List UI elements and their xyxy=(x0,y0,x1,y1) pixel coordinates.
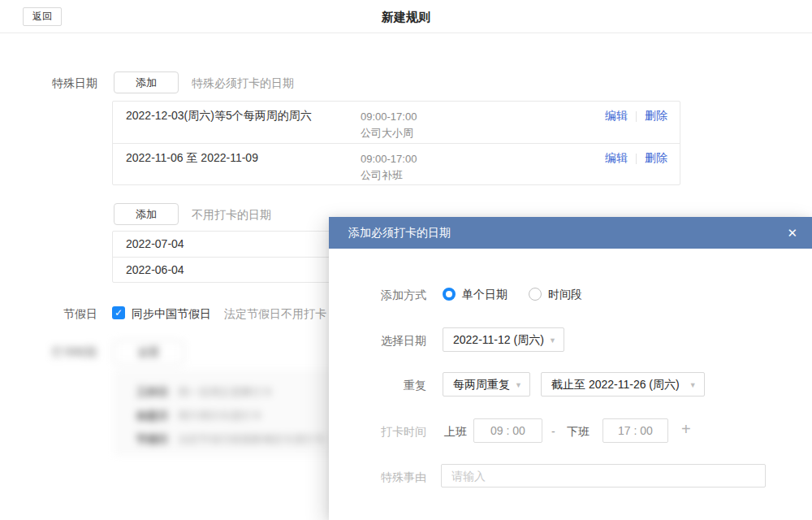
row-reason: 公司补班 xyxy=(361,167,417,184)
date-select-value: 2022-11-12 (周六) xyxy=(453,333,544,346)
add-time-icon[interactable]: + xyxy=(681,420,691,439)
row-date: 2022-11-06 至 2022-11-09 xyxy=(126,151,258,166)
edit-link[interactable]: 编辑 xyxy=(605,109,628,124)
add-method-label: 添加方式 xyxy=(329,288,426,303)
special-dates-label: 特殊日期 xyxy=(24,76,97,91)
no-punch-hint: 不用打卡的日期 xyxy=(192,208,271,223)
link-divider xyxy=(636,111,637,122)
modal-header: 添加必须打卡的日期 ✕ xyxy=(329,217,812,249)
blurred-line-label: 节假日 xyxy=(136,433,168,445)
sync-china-holiday-checkbox[interactable]: ✓ xyxy=(112,306,125,319)
top-bar: 返回 新建规则 xyxy=(0,0,812,33)
repeat-until-value: 截止至 2022-11-26 (周六) xyxy=(551,378,680,391)
add-must-punch-date-modal: 添加必须打卡的日期 ✕ 添加方式 单个日期 时间段 选择日期 2022-11-1… xyxy=(329,217,812,520)
blurred-line-text: 周六周日无需打卡 xyxy=(178,410,262,422)
radio-option-time-range[interactable]: 时间段 xyxy=(529,288,582,301)
work-start-time-input[interactable]: 09 : 00 xyxy=(473,418,542,443)
must-punch-hint: 特殊必须打卡的日期 xyxy=(192,76,294,91)
close-icon[interactable]: ✕ xyxy=(787,217,797,249)
link-divider xyxy=(636,154,637,164)
row-date: 2022-07-04 xyxy=(126,237,184,250)
add-no-punch-date-button[interactable]: 添加 xyxy=(114,203,179,225)
radio-unselected-icon[interactable] xyxy=(529,288,542,301)
sync-china-holiday-text: 同步中国节假日 xyxy=(132,307,211,322)
work-end-time-input[interactable]: 17 : 00 xyxy=(603,418,668,443)
radio-option-label: 单个日期 xyxy=(462,288,508,301)
blurred-section-label: 打卡时段 xyxy=(24,345,97,360)
repeat-until-dropdown[interactable]: 截止至 2022-11-26 (周六) ▼ xyxy=(541,372,705,396)
row-time-reason: 09:00-17:00 公司补班 xyxy=(361,151,417,184)
add-method-options: 单个日期 时间段 xyxy=(443,288,600,302)
radio-option-single-date[interactable]: 单个日期 xyxy=(443,288,511,301)
row-time: 09:00-17:00 xyxy=(361,151,417,167)
holiday-hint: 法定节假日不用打卡 xyxy=(224,307,326,322)
repeat-label: 重复 xyxy=(329,379,426,393)
caret-down-icon: ▼ xyxy=(689,374,697,396)
add-must-punch-date-button[interactable]: 添加 xyxy=(114,72,179,93)
delete-link[interactable]: 删除 xyxy=(645,109,667,124)
blurred-line-label: 工作日 xyxy=(136,386,168,398)
page-title: 新建规则 xyxy=(0,0,812,33)
row-reason: 公司大小周 xyxy=(361,125,417,141)
row-date: 2022-12-03(周六)等5个每两周的周六 xyxy=(126,109,312,124)
repeat-frequency-value: 每两周重复 xyxy=(453,378,510,391)
new-rule-page: 返回 新建规则 特殊日期 添加 特殊必须打卡的日期 2022-12-03(周六)… xyxy=(0,0,812,520)
table-row: 2022-12-03(周六)等5个每两周的周六 09:00-17:00 公司大小… xyxy=(113,102,680,143)
radio-selected-icon[interactable] xyxy=(443,288,456,301)
caret-down-icon: ▼ xyxy=(549,329,556,352)
delete-link[interactable]: 删除 xyxy=(645,151,667,166)
repeat-frequency-dropdown[interactable]: 每两周重复 ▼ xyxy=(443,372,530,396)
modal-title: 添加必须打卡的日期 xyxy=(348,217,451,249)
punch-time-label: 打卡时间 xyxy=(329,425,426,440)
time-range-dash: - xyxy=(551,425,555,438)
edit-link[interactable]: 编辑 xyxy=(605,151,628,166)
blurred-line-text: 周一至周五需要打卡 xyxy=(178,386,273,398)
work-start-label: 上班 xyxy=(444,425,467,440)
caret-down-icon: ▼ xyxy=(515,374,522,396)
blurred-button: 设置 xyxy=(114,340,184,365)
blurred-line-text: 法定节假日按国家规定无需打卡 xyxy=(178,433,326,445)
special-reason-label: 特殊事由 xyxy=(329,470,426,485)
blurred-line-label: 休息日 xyxy=(136,410,168,422)
table-row: 2022-11-06 至 2022-11-09 09:00-17:00 公司补班… xyxy=(113,143,680,184)
row-date: 2022-06-04 xyxy=(126,263,184,276)
select-date-label: 选择日期 xyxy=(329,334,426,349)
row-time-reason: 09:00-17:00 公司大小周 xyxy=(361,109,417,141)
must-punch-table: 2022-12-03(周六)等5个每两周的周六 09:00-17:00 公司大小… xyxy=(112,101,680,185)
work-end-label: 下班 xyxy=(567,425,590,440)
row-time: 09:00-17:00 xyxy=(361,109,417,125)
special-reason-input[interactable] xyxy=(441,464,766,488)
holiday-label: 节假日 xyxy=(24,307,97,322)
date-select-dropdown[interactable]: 2022-11-12 (周六) ▼ xyxy=(443,327,564,352)
radio-option-label: 时间段 xyxy=(548,288,582,301)
